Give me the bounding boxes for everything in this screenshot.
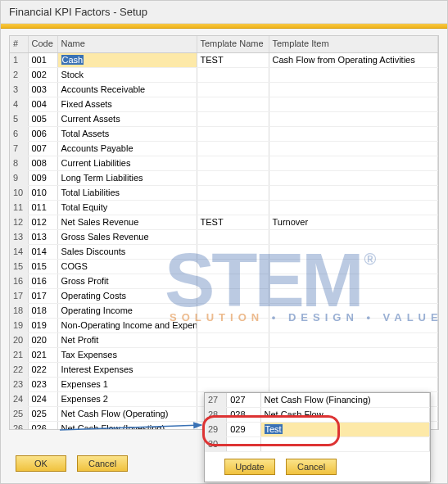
cell-template-item[interactable] <box>269 347 438 362</box>
cell-template-name[interactable] <box>197 170 269 185</box>
cell-template-item[interactable] <box>269 82 438 97</box>
table-row[interactable]: 17017Operating Costs <box>10 288 438 303</box>
cell-name[interactable]: Interest Expenses <box>57 362 197 377</box>
cell-code[interactable]: 011 <box>28 200 57 215</box>
cell-template-name[interactable] <box>197 244 269 259</box>
cell-name[interactable]: Fixed Assets <box>57 97 197 111</box>
cell-name[interactable]: Current Assets <box>57 111 197 126</box>
cell-code[interactable] <box>227 437 260 452</box>
cell-name[interactable]: Expenses 2 <box>57 391 197 406</box>
table-row[interactable]: 13013Gross Sales Revenue <box>10 229 438 244</box>
cell-template-name[interactable] <box>197 67 269 82</box>
cell-code[interactable]: 010 <box>28 185 57 200</box>
col-header-template-item[interactable]: Template Item <box>269 36 438 52</box>
cell-template-name[interactable] <box>197 200 269 215</box>
table-row[interactable]: 23023Expenses 1 <box>10 377 438 391</box>
cell-template-name[interactable]: TEST <box>197 52 269 67</box>
cell-template-item[interactable] <box>269 288 438 303</box>
cell-name[interactable]: Cash <box>57 52 197 67</box>
cell-code[interactable]: 006 <box>28 126 57 141</box>
cell-template-item[interactable] <box>269 170 438 185</box>
cell-name[interactable] <box>260 437 430 452</box>
col-header-name[interactable]: Name <box>57 36 197 52</box>
cell-template-name[interactable] <box>197 111 269 126</box>
cell-template-item[interactable] <box>269 126 438 141</box>
table-row[interactable]: 4004Fixed Assets <box>10 97 438 111</box>
cell-template-name[interactable] <box>197 347 269 362</box>
cell-template-name[interactable] <box>197 332 269 347</box>
cell-template-item[interactable] <box>269 318 438 332</box>
cell-code[interactable]: 005 <box>28 111 57 126</box>
cell-template-name[interactable] <box>197 141 269 156</box>
cell-name[interactable]: Operating Income <box>57 303 197 318</box>
cell-code[interactable]: 008 <box>28 156 57 170</box>
cell-code[interactable]: 003 <box>28 82 57 97</box>
table-row[interactable]: 1001CashTESTCash Flow from Operating Act… <box>10 52 438 67</box>
cell-template-name[interactable] <box>197 229 269 244</box>
col-header-num[interactable]: # <box>10 36 28 52</box>
cell-code[interactable]: 017 <box>28 288 57 303</box>
table-row[interactable]: 8008Current Liabilities <box>10 156 438 170</box>
cell-code[interactable]: 029 <box>227 423 260 437</box>
cell-name[interactable]: Test <box>260 423 430 437</box>
cell-template-item[interactable] <box>269 244 438 259</box>
cell-code[interactable]: 013 <box>28 229 57 244</box>
cell-template-name[interactable] <box>197 274 269 288</box>
cell-code[interactable]: 024 <box>28 391 57 406</box>
popup-cancel-button[interactable]: Cancel <box>286 459 337 475</box>
table-row[interactable]: 3003Accounts Receivable <box>10 82 438 97</box>
table-row[interactable]: 22022Interest Expenses <box>10 362 438 377</box>
cell-name[interactable]: Expenses 1 <box>57 377 197 391</box>
table-row[interactable]: 27027Net Cash Flow (Financing) <box>205 393 430 408</box>
cell-name[interactable]: COGS <box>57 259 197 274</box>
cell-template-item[interactable] <box>269 274 438 288</box>
cell-code[interactable]: 015 <box>28 259 57 274</box>
cell-code[interactable]: 002 <box>28 67 57 82</box>
table-row[interactable]: 10010Total Liabilities <box>10 185 438 200</box>
cell-template-item[interactable]: Cash Flow from Operating Activities <box>269 52 438 67</box>
cell-name[interactable]: Tax Expenses <box>57 347 197 362</box>
table-row[interactable]: 9009Long Term Liabilities <box>10 170 438 185</box>
cell-template-item[interactable] <box>269 377 438 391</box>
cell-code[interactable]: 020 <box>28 332 57 347</box>
table-row[interactable]: 20020Net Profit <box>10 332 438 347</box>
edit-popup[interactable]: 27027Net Cash Flow (Financing)28028Net C… <box>204 392 431 482</box>
cell-template-name[interactable] <box>197 126 269 141</box>
col-header-code[interactable]: Code <box>28 36 57 52</box>
cell-template-item[interactable] <box>269 200 438 215</box>
cell-name[interactable]: Long Term Liabilities <box>57 170 197 185</box>
cell-template-name[interactable] <box>197 259 269 274</box>
table-row[interactable]: 30 <box>205 437 430 452</box>
cell-template-item[interactable] <box>269 97 438 111</box>
cell-code[interactable]: 016 <box>28 274 57 288</box>
cell-code[interactable]: 021 <box>28 347 57 362</box>
cell-template-item[interactable] <box>269 185 438 200</box>
cell-code[interactable]: 007 <box>28 141 57 156</box>
col-header-template-name[interactable]: Template Name <box>197 36 269 52</box>
cell-template-item[interactable] <box>269 156 438 170</box>
cell-template-name[interactable] <box>197 185 269 200</box>
cell-code[interactable]: 026 <box>28 421 57 430</box>
cell-name[interactable]: Total Assets <box>57 126 197 141</box>
cell-name[interactable]: Net Cash Flow (Investing) <box>57 421 197 430</box>
cell-template-item[interactable]: Turnover <box>269 215 438 229</box>
cell-template-item[interactable] <box>269 229 438 244</box>
cell-template-name[interactable] <box>197 156 269 170</box>
cell-code[interactable]: 028 <box>227 408 260 423</box>
cell-name[interactable]: Gross Profit <box>57 274 197 288</box>
cell-code[interactable]: 023 <box>28 377 57 391</box>
cell-template-item[interactable] <box>269 67 438 82</box>
table-row[interactable]: 18018Operating Income <box>10 303 438 318</box>
cell-code[interactable]: 012 <box>28 215 57 229</box>
ok-button[interactable]: OK <box>16 455 66 472</box>
cell-name[interactable]: Non-Operating Income and Expenses <box>57 318 197 332</box>
cell-code[interactable]: 022 <box>28 362 57 377</box>
cell-template-item[interactable] <box>269 362 438 377</box>
table-row[interactable]: 12012Net Sales RevenueTESTTurnover <box>10 215 438 229</box>
cell-name[interactable]: Net Cash Flow <box>260 408 430 423</box>
cell-template-item[interactable] <box>269 332 438 347</box>
table-row[interactable]: 21021Tax Expenses <box>10 347 438 362</box>
cell-name[interactable]: Total Equity <box>57 200 197 215</box>
cell-template-name[interactable] <box>197 362 269 377</box>
table-row[interactable]: 29029Test <box>205 423 430 437</box>
